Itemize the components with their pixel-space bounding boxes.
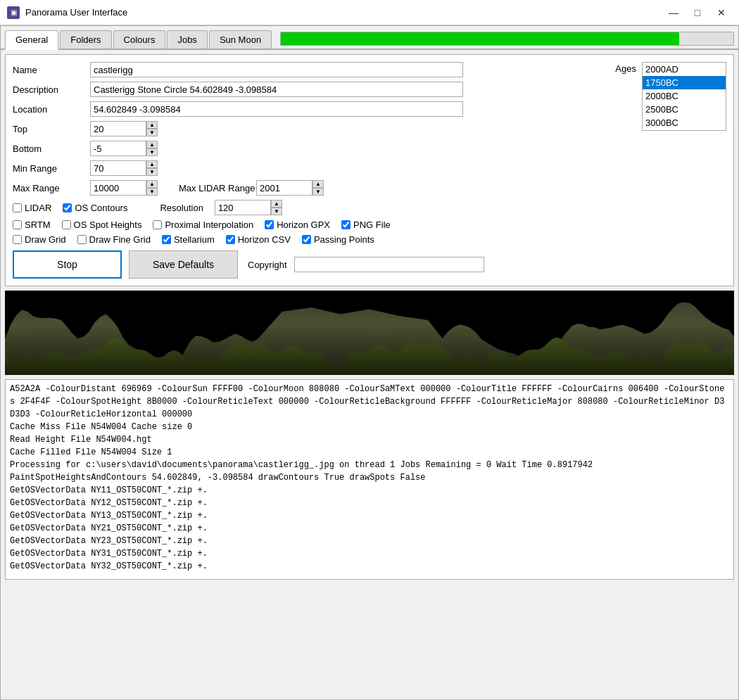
os-spot-heights-check[interactable]: OS Spot Heights [62, 219, 142, 230]
draw-fine-grid-checkbox[interactable] [77, 235, 87, 244]
min-range-input[interactable] [90, 160, 146, 176]
stellarium-checkbox[interactable] [162, 235, 171, 244]
srtm-check[interactable]: SRTM [13, 219, 51, 230]
top-spinner-btns: ▲ ▼ [146, 121, 158, 136]
max-range-input[interactable] [90, 180, 146, 196]
ages-item-3[interactable]: 2500BC [643, 103, 726, 116]
stellarium-label: Stellarium [174, 234, 215, 245]
horizon-gpx-label: Horizon GPX [277, 219, 330, 230]
png-file-check[interactable]: PNG File [341, 219, 391, 230]
settings-panel: Name Description Location Top [5, 54, 734, 286]
maximize-button[interactable]: □ [687, 6, 708, 20]
stop-button[interactable]: Stop [13, 250, 122, 279]
draw-grid-label: Draw Grid [25, 234, 66, 245]
passing-points-checkbox[interactable] [302, 235, 311, 244]
lidar-checkbox[interactable] [13, 203, 22, 212]
bottom-spinner-btns: ▲ ▼ [146, 141, 158, 156]
draw-fine-grid-check[interactable]: Draw Fine Grid [77, 234, 151, 245]
bottom-up-btn[interactable]: ▲ [146, 141, 158, 148]
app-icon-symbol: ▣ [11, 8, 17, 16]
lidar-check[interactable]: LIDAR [13, 203, 51, 213]
srtm-checkbox[interactable] [13, 220, 22, 229]
max-lidar-spinner-btns: ▲ ▼ [312, 180, 324, 196]
resolution-input[interactable] [215, 200, 271, 215]
top-up-btn[interactable]: ▲ [146, 121, 158, 129]
log-line: GetOSVectorData NY12_OST50CONT_*.zip +. [10, 497, 729, 509]
tab-sun-moon[interactable]: Sun Moon [209, 30, 272, 49]
top-input[interactable] [90, 121, 146, 136]
log-line: Cache Filled File N54W004 Size 1 [10, 446, 729, 459]
max-lidar-input[interactable] [256, 180, 312, 196]
save-defaults-button[interactable]: Save Defaults [129, 250, 238, 279]
resolution-spinner: ▲ ▼ [215, 200, 282, 215]
log-area[interactable]: A52A2A -ColourDistant 696969 -ColourSun … [5, 379, 734, 580]
bottom-down-btn[interactable]: ▼ [146, 148, 158, 156]
max-range-label: Max Range [13, 183, 90, 193]
ages-item-0[interactable]: 2000AD [643, 63, 726, 76]
os-contours-check[interactable]: OS Contours [63, 203, 127, 213]
max-lidar-label: Max LIDAR Range [179, 183, 256, 193]
max-lidar-spinner: ▲ ▼ [256, 180, 324, 196]
bottom-label: Bottom [13, 144, 90, 154]
tab-general[interactable]: General [5, 30, 58, 50]
png-file-label: PNG File [353, 219, 391, 230]
bottom-input[interactable] [90, 141, 146, 156]
min-range-down-btn[interactable]: ▼ [146, 168, 158, 176]
main-window: General Folders Colours Jobs Sun Moon Na… [0, 25, 739, 700]
tab-jobs[interactable]: Jobs [167, 30, 207, 49]
max-range-up-btn[interactable]: ▲ [146, 180, 158, 188]
description-row: Description [13, 82, 608, 97]
max-range-down-btn[interactable]: ▼ [146, 188, 158, 196]
description-label: Description [13, 84, 90, 95]
ages-item-2[interactable]: 2000BC [643, 89, 726, 103]
draw-grid-checkbox[interactable] [13, 235, 22, 244]
app-icon: ▣ [7, 6, 20, 19]
horizon-csv-checkbox[interactable] [226, 235, 235, 244]
png-file-checkbox[interactable] [341, 220, 350, 229]
ages-item-1[interactable]: 1750BC [643, 76, 726, 89]
resolution-spinner-btns: ▲ ▼ [271, 200, 282, 215]
resolution-down-btn[interactable]: ▼ [271, 208, 282, 215]
tab-colours[interactable]: Colours [113, 30, 166, 49]
max-lidar-up-btn[interactable]: ▲ [312, 180, 324, 188]
draw-grid-check[interactable]: Draw Grid [13, 234, 66, 245]
location-row: Location [13, 101, 608, 117]
buttons-row: Stop Save Defaults Copyright [13, 250, 726, 279]
copyright-input[interactable] [294, 257, 484, 272]
panorama-canvas [5, 291, 734, 375]
proximal-interpolation-checkbox[interactable] [153, 220, 162, 229]
location-input[interactable] [90, 101, 463, 117]
ages-list[interactable]: 2000AD 1750BC 2000BC 2500BC 3000BC [642, 62, 726, 131]
proximal-interpolation-check[interactable]: Proximal Interpolation [153, 219, 253, 230]
ages-label: Ages [615, 63, 636, 74]
log-line: Processing for c:\users\david\documents\… [10, 459, 729, 471]
log-line: Read Height File N54W004.hgt [10, 433, 729, 446]
horizon-gpx-check[interactable]: Horizon GPX [265, 219, 330, 230]
horizon-csv-label: Horizon CSV [238, 234, 291, 245]
passing-points-check[interactable]: Passing Points [302, 234, 374, 245]
stellarium-check[interactable]: Stellarium [162, 234, 215, 245]
max-lidar-down-btn[interactable]: ▼ [312, 188, 324, 196]
log-line: GetOSVectorData NY31_OST50CONT_*.zip +. [10, 547, 729, 560]
log-line: PaintSpotHeightsAndContours 54.602849, -… [10, 471, 729, 484]
progress-bar-container [280, 32, 734, 46]
os-contours-checkbox[interactable] [63, 203, 72, 212]
resolution-up-btn[interactable]: ▲ [271, 200, 282, 208]
minimize-button[interactable]: — [663, 6, 684, 20]
ages-item-4[interactable]: 3000BC [643, 116, 726, 129]
min-range-up-btn[interactable]: ▲ [146, 160, 158, 168]
progress-bar [281, 32, 679, 45]
description-input[interactable] [90, 82, 463, 97]
window-controls: — □ ✕ [663, 6, 732, 20]
log-line: GetOSVectorData NY13_OST50CONT_*.zip +. [10, 509, 729, 522]
top-down-btn[interactable]: ▼ [146, 129, 158, 136]
name-input[interactable] [90, 62, 463, 77]
close-button[interactable]: ✕ [711, 6, 732, 20]
tab-folders[interactable]: Folders [60, 30, 111, 49]
srtm-row: SRTM OS Spot Heights Proximal Interpolat… [13, 219, 726, 230]
os-spot-heights-checkbox[interactable] [62, 220, 71, 229]
location-label: Location [13, 104, 90, 115]
horizon-gpx-checkbox[interactable] [265, 220, 274, 229]
max-range-spinner: ▲ ▼ [90, 180, 158, 196]
horizon-csv-check[interactable]: Horizon CSV [226, 234, 291, 245]
